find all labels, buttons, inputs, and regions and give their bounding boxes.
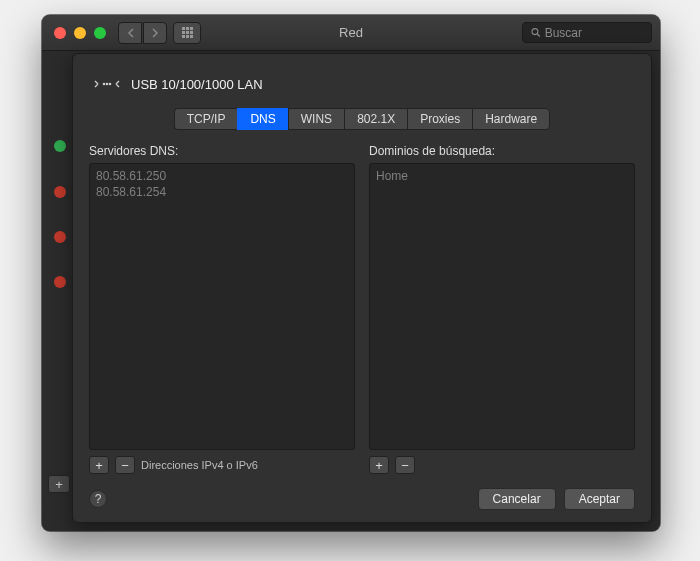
minimize-icon[interactable] [74, 27, 86, 39]
remove-button[interactable]: − [115, 456, 135, 474]
tab-wins[interactable]: WINS [288, 108, 344, 130]
tab-tcpip[interactable]: TCP/IP [174, 108, 238, 130]
search-domains-footer: + − [369, 456, 635, 474]
svg-point-0 [532, 29, 538, 35]
bg-add-remove: + [48, 475, 70, 493]
status-dot-icon [54, 276, 66, 288]
search-icon [531, 27, 541, 38]
back-button[interactable] [118, 22, 142, 44]
window-controls [54, 27, 106, 39]
accept-button[interactable]: Aceptar [564, 488, 635, 510]
status-dot-icon [54, 140, 66, 152]
add-button[interactable]: + [369, 456, 389, 474]
dns-servers-label: Servidores DNS: [89, 144, 355, 158]
search-domains-list[interactable]: Home [369, 163, 635, 450]
show-all-button[interactable] [173, 22, 201, 44]
forward-button[interactable] [143, 22, 167, 44]
list-item[interactable]: 80.58.61.250 [96, 168, 348, 184]
nav-buttons [118, 22, 167, 44]
close-icon[interactable] [54, 27, 66, 39]
grid-icon [182, 27, 193, 38]
search-domains-label: Dominios de búsqueda: [369, 144, 635, 158]
svg-point-2 [103, 83, 106, 86]
titlebar: Red [42, 15, 660, 51]
tab-dns[interactable]: DNS [237, 108, 287, 130]
dns-hint: Direcciones IPv4 o IPv6 [141, 459, 258, 471]
search-domains-panel: Dominios de búsqueda: Home + − [369, 144, 635, 474]
dns-servers-list[interactable]: 80.58.61.250 80.58.61.254 [89, 163, 355, 450]
tab-bar: TCP/IP DNS WINS 802.1X Proxies Hardware [89, 108, 635, 130]
help-button[interactable]: ? [89, 490, 107, 508]
sheet-header: USB 10/100/1000 LAN [93, 74, 631, 94]
tab-8021x[interactable]: 802.1X [344, 108, 407, 130]
list-item[interactable]: 80.58.61.254 [96, 184, 348, 200]
adapter-name: USB 10/100/1000 LAN [131, 77, 263, 92]
search-field[interactable] [522, 22, 652, 43]
dns-panels: Servidores DNS: 80.58.61.250 80.58.61.25… [89, 144, 635, 474]
svg-line-1 [537, 34, 539, 36]
cancel-button[interactable]: Cancelar [478, 488, 556, 510]
status-dot-icon [54, 231, 66, 243]
add-button[interactable]: + [48, 475, 70, 493]
ethernet-adapter-icon [93, 74, 121, 94]
add-button[interactable]: + [89, 456, 109, 474]
svg-point-4 [109, 83, 112, 86]
status-dot-icon [54, 186, 66, 198]
tab-hardware[interactable]: Hardware [472, 108, 550, 130]
remove-button[interactable]: − [395, 456, 415, 474]
sheet-footer: ? Cancelar Aceptar [89, 488, 635, 510]
svg-point-3 [106, 83, 109, 86]
dns-servers-panel: Servidores DNS: 80.58.61.250 80.58.61.25… [89, 144, 355, 474]
dns-servers-footer: + − Direcciones IPv4 o IPv6 [89, 456, 355, 474]
advanced-sheet: USB 10/100/1000 LAN TCP/IP DNS WINS 802.… [72, 53, 652, 523]
preferences-window: Red + USB 10/ [42, 15, 660, 531]
zoom-icon[interactable] [94, 27, 106, 39]
tab-proxies[interactable]: Proxies [407, 108, 472, 130]
list-item[interactable]: Home [376, 168, 628, 184]
search-input[interactable] [545, 26, 643, 40]
